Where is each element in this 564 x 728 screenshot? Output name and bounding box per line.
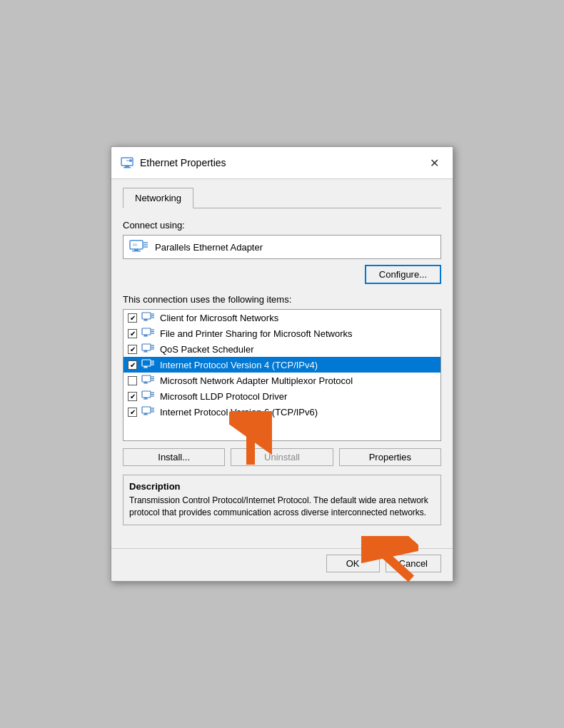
checkbox-ms-network-adapter[interactable] bbox=[128, 376, 137, 385]
dialog-body: Networking Connect using: Parallels Ethe… bbox=[111, 179, 453, 548]
items-list[interactable]: Client for Microsoft Networks File and P… bbox=[123, 309, 441, 441]
install-button[interactable]: Install... bbox=[123, 448, 225, 466]
svg-rect-38 bbox=[143, 383, 148, 384]
svg-point-3 bbox=[129, 159, 132, 162]
adapter-box: Parallels Ethernet Adapter bbox=[123, 235, 441, 259]
list-item-ms-network-adapter[interactable]: Microsoft Network Adapter Multiplexor Pr… bbox=[124, 373, 440, 388]
checkbox-client-ms-networks[interactable] bbox=[128, 313, 137, 323]
description-text: Transmission Control Protocol/Internet P… bbox=[129, 495, 435, 519]
svg-rect-50 bbox=[143, 415, 148, 415]
svg-rect-43 bbox=[144, 398, 147, 399]
checkbox-ipv6[interactable] bbox=[128, 408, 137, 417]
list-item-qos-scheduler[interactable]: QoS Packet Scheduler bbox=[124, 341, 440, 357]
svg-rect-7 bbox=[132, 251, 141, 252]
list-item-ipv4[interactable]: Internet Protocol Version 4 (TCP/IPv4) bbox=[124, 357, 440, 373]
svg-rect-37 bbox=[144, 382, 147, 383]
svg-rect-14 bbox=[143, 320, 148, 321]
checkbox-qos-scheduler[interactable] bbox=[128, 345, 137, 354]
svg-rect-12 bbox=[142, 313, 151, 319]
list-item-file-printer-sharing[interactable]: File and Printer Sharing for Microsoft N… bbox=[124, 325, 440, 341]
item-text-qos-scheduler: QoS Packet Scheduler bbox=[160, 344, 254, 355]
items-section-label: This connection uses the following items… bbox=[123, 294, 441, 305]
close-button[interactable]: ✕ bbox=[424, 153, 444, 173]
svg-rect-8 bbox=[133, 243, 137, 246]
svg-rect-13 bbox=[144, 319, 147, 320]
ok-button[interactable]: OK bbox=[326, 555, 380, 572]
svg-rect-24 bbox=[142, 344, 151, 350]
svg-rect-26 bbox=[143, 352, 148, 353]
svg-rect-42 bbox=[142, 391, 151, 398]
item-icon-ms-network-adapter bbox=[141, 375, 156, 386]
item-icon-ipv4 bbox=[141, 359, 156, 370]
cancel-button[interactable]: Cancel bbox=[386, 555, 441, 572]
svg-rect-48 bbox=[142, 407, 151, 413]
checkbox-ipv4[interactable] bbox=[128, 360, 137, 370]
list-item-client-ms-networks[interactable]: Client for Microsoft Networks bbox=[124, 310, 440, 325]
item-text-ms-network-adapter: Microsoft Network Adapter Multiplexor Pr… bbox=[160, 375, 353, 386]
svg-rect-18 bbox=[142, 328, 151, 335]
svg-rect-19 bbox=[144, 335, 147, 336]
item-icon-file-printer-sharing bbox=[141, 328, 156, 339]
svg-rect-6 bbox=[134, 249, 139, 251]
adapter-name: Parallels Ethernet Adapter bbox=[155, 242, 263, 253]
list-item-ms-lldp[interactable]: Microsoft LLDP Protocol Driver bbox=[124, 388, 440, 404]
tab-networking[interactable]: Networking bbox=[123, 188, 193, 208]
svg-rect-25 bbox=[144, 350, 147, 352]
dialog-footer: OK Cancel bbox=[111, 548, 453, 581]
item-text-ms-lldp: Microsoft LLDP Protocol Driver bbox=[160, 391, 287, 402]
item-text-ipv6: Internet Protocol Version 6 (TCP/IPv6) bbox=[160, 407, 318, 418]
checkbox-ms-lldp[interactable] bbox=[128, 392, 137, 401]
list-item-ipv6[interactable]: Internet Protocol Version 6 (TCP/IPv6) bbox=[124, 404, 440, 420]
item-text-ipv4: Internet Protocol Version 4 (TCP/IPv4) bbox=[160, 360, 318, 370]
properties-button[interactable]: Properties bbox=[339, 448, 441, 466]
item-icon-qos-scheduler bbox=[141, 343, 156, 355]
svg-rect-36 bbox=[142, 375, 151, 382]
svg-rect-1 bbox=[125, 166, 129, 167]
description-box: Description Transmission Control Protoco… bbox=[123, 475, 441, 525]
adapter-icon bbox=[129, 240, 149, 254]
svg-rect-31 bbox=[144, 366, 147, 368]
item-icon-ipv6 bbox=[141, 406, 156, 418]
configure-row: Configure... bbox=[123, 265, 441, 284]
uninstall-button[interactable]: Uninstall bbox=[231, 448, 333, 466]
title-bar: Ethernet Properties ✕ bbox=[111, 147, 453, 179]
connect-using-label: Connect using: bbox=[123, 220, 441, 231]
item-text-file-printer-sharing: File and Printer Sharing for Microsoft N… bbox=[160, 328, 352, 339]
svg-rect-32 bbox=[143, 368, 148, 368]
action-buttons-row: Install... Uninstall Properties bbox=[123, 448, 441, 466]
description-title: Description bbox=[129, 481, 435, 492]
ethernet-title-icon bbox=[120, 156, 134, 170]
item-icon-client-ms-networks bbox=[141, 312, 156, 323]
svg-rect-2 bbox=[124, 167, 131, 168]
svg-rect-49 bbox=[144, 413, 147, 415]
configure-button[interactable]: Configure... bbox=[365, 265, 441, 284]
svg-rect-30 bbox=[142, 360, 151, 366]
svg-rect-44 bbox=[143, 399, 148, 400]
dialog-title: Ethernet Properties bbox=[140, 157, 226, 168]
tabs-container: Networking bbox=[123, 188, 441, 208]
item-text-client-ms-networks: Client for Microsoft Networks bbox=[160, 313, 278, 323]
svg-rect-20 bbox=[143, 336, 148, 337]
item-icon-ms-lldp bbox=[141, 390, 156, 402]
checkbox-file-printer-sharing[interactable] bbox=[128, 329, 137, 338]
